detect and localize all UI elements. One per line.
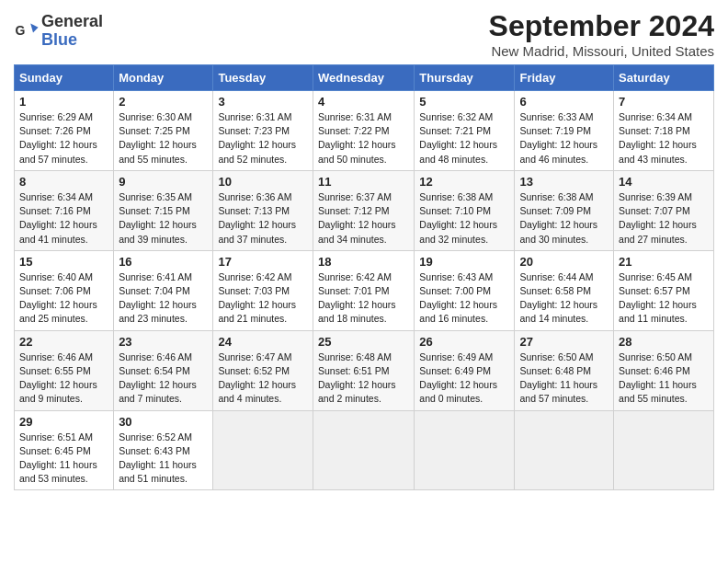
col-header-wednesday: Wednesday (313, 65, 414, 91)
day-content: Sunrise: 6:51 AM Sunset: 6:45 PM Dayligh… (19, 431, 108, 487)
day-cell: 15Sunrise: 6:40 AM Sunset: 7:06 PM Dayli… (15, 250, 114, 330)
day-content: Sunrise: 6:43 AM Sunset: 7:00 PM Dayligh… (419, 270, 509, 327)
day-content: Sunrise: 6:39 AM Sunset: 7:07 PM Dayligh… (619, 190, 709, 247)
day-content: Sunrise: 6:35 AM Sunset: 7:15 PM Dayligh… (119, 190, 208, 247)
title-area: September 2024 New Madrid, Missouri, Uni… (489, 9, 714, 59)
main-title: September 2024 (489, 9, 714, 43)
day-cell (213, 410, 313, 490)
day-number: 4 (318, 95, 409, 109)
day-content: Sunrise: 6:45 AM Sunset: 6:57 PM Dayligh… (619, 270, 709, 327)
day-cell (313, 410, 414, 490)
day-content: Sunrise: 6:38 AM Sunset: 7:09 PM Dayligh… (519, 190, 609, 247)
col-header-thursday: Thursday (415, 65, 515, 91)
day-number: 24 (218, 335, 308, 349)
day-number: 8 (19, 175, 108, 189)
day-cell (415, 410, 515, 490)
day-content: Sunrise: 6:42 AM Sunset: 7:01 PM Dayligh… (318, 270, 409, 327)
day-content: Sunrise: 6:41 AM Sunset: 7:04 PM Dayligh… (119, 270, 208, 327)
header: G General Blue September 2024 New Madrid… (14, 9, 714, 59)
week-row-1: 1Sunrise: 6:29 AM Sunset: 7:26 PM Daylig… (15, 91, 714, 171)
day-content: Sunrise: 6:37 AM Sunset: 7:12 PM Dayligh… (318, 190, 409, 247)
calendar-table: SundayMondayTuesdayWednesdayThursdayFrid… (14, 64, 714, 490)
day-cell: 22Sunrise: 6:46 AM Sunset: 6:55 PM Dayli… (15, 330, 114, 410)
col-header-saturday: Saturday (614, 65, 714, 91)
day-number: 13 (519, 175, 609, 189)
day-number: 11 (318, 175, 409, 189)
day-cell: 14Sunrise: 6:39 AM Sunset: 7:07 PM Dayli… (614, 170, 714, 250)
col-header-sunday: Sunday (15, 65, 114, 91)
day-content: Sunrise: 6:31 AM Sunset: 7:23 PM Dayligh… (218, 110, 308, 167)
day-number: 20 (519, 255, 609, 269)
week-row-2: 8Sunrise: 6:34 AM Sunset: 7:16 PM Daylig… (15, 170, 714, 250)
day-cell: 27Sunrise: 6:50 AM Sunset: 6:48 PM Dayli… (515, 330, 614, 410)
day-number: 1 (19, 95, 108, 109)
day-number: 2 (119, 95, 208, 109)
col-header-friday: Friday (515, 65, 614, 91)
col-header-tuesday: Tuesday (213, 65, 313, 91)
svg-marker-1 (30, 23, 38, 32)
week-row-5: 29Sunrise: 6:51 AM Sunset: 6:45 PM Dayli… (15, 410, 714, 490)
day-cell: 10Sunrise: 6:36 AM Sunset: 7:13 PM Dayli… (213, 170, 313, 250)
day-content: Sunrise: 6:38 AM Sunset: 7:10 PM Dayligh… (419, 190, 509, 247)
day-cell: 20Sunrise: 6:44 AM Sunset: 6:58 PM Dayli… (515, 250, 614, 330)
day-cell (515, 410, 614, 490)
day-content: Sunrise: 6:49 AM Sunset: 6:49 PM Dayligh… (419, 350, 509, 407)
day-content: Sunrise: 6:40 AM Sunset: 7:06 PM Dayligh… (19, 270, 108, 327)
day-number: 23 (119, 335, 208, 349)
day-number: 7 (619, 95, 709, 109)
logo-line2: Blue (41, 31, 103, 50)
day-cell: 9Sunrise: 6:35 AM Sunset: 7:15 PM Daylig… (114, 170, 213, 250)
day-cell: 19Sunrise: 6:43 AM Sunset: 7:00 PM Dayli… (415, 250, 515, 330)
day-cell (614, 410, 714, 490)
day-cell: 17Sunrise: 6:42 AM Sunset: 7:03 PM Dayli… (213, 250, 313, 330)
day-number: 16 (119, 255, 208, 269)
day-content: Sunrise: 6:33 AM Sunset: 7:19 PM Dayligh… (519, 110, 609, 167)
day-cell: 16Sunrise: 6:41 AM Sunset: 7:04 PM Dayli… (114, 250, 213, 330)
day-cell: 4Sunrise: 6:31 AM Sunset: 7:22 PM Daylig… (313, 91, 414, 171)
day-cell: 26Sunrise: 6:49 AM Sunset: 6:49 PM Dayli… (415, 330, 515, 410)
day-content: Sunrise: 6:42 AM Sunset: 7:03 PM Dayligh… (218, 270, 308, 327)
day-content: Sunrise: 6:34 AM Sunset: 7:18 PM Dayligh… (619, 110, 709, 167)
day-cell: 24Sunrise: 6:47 AM Sunset: 6:52 PM Dayli… (213, 330, 313, 410)
day-cell: 29Sunrise: 6:51 AM Sunset: 6:45 PM Dayli… (15, 410, 114, 490)
day-number: 25 (318, 335, 409, 349)
day-content: Sunrise: 6:46 AM Sunset: 6:55 PM Dayligh… (19, 350, 108, 407)
day-number: 19 (419, 255, 509, 269)
day-cell: 25Sunrise: 6:48 AM Sunset: 6:51 PM Dayli… (313, 330, 414, 410)
day-cell: 18Sunrise: 6:42 AM Sunset: 7:01 PM Dayli… (313, 250, 414, 330)
svg-text:G: G (15, 23, 25, 38)
day-cell: 5Sunrise: 6:32 AM Sunset: 7:21 PM Daylig… (415, 91, 515, 171)
day-content: Sunrise: 6:32 AM Sunset: 7:21 PM Dayligh… (419, 110, 509, 167)
day-content: Sunrise: 6:46 AM Sunset: 6:54 PM Dayligh… (119, 350, 208, 407)
week-row-4: 22Sunrise: 6:46 AM Sunset: 6:55 PM Dayli… (15, 330, 714, 410)
day-content: Sunrise: 6:44 AM Sunset: 6:58 PM Dayligh… (519, 270, 609, 327)
day-number: 28 (619, 335, 709, 349)
day-content: Sunrise: 6:36 AM Sunset: 7:13 PM Dayligh… (218, 190, 308, 247)
logo: G General Blue (14, 13, 103, 50)
logo-line1: General (41, 13, 103, 31)
day-cell: 23Sunrise: 6:46 AM Sunset: 6:54 PM Dayli… (114, 330, 213, 410)
day-cell: 3Sunrise: 6:31 AM Sunset: 7:23 PM Daylig… (213, 91, 313, 171)
day-cell: 28Sunrise: 6:50 AM Sunset: 6:46 PM Dayli… (614, 330, 714, 410)
day-cell: 2Sunrise: 6:30 AM Sunset: 7:25 PM Daylig… (114, 91, 213, 171)
day-content: Sunrise: 6:31 AM Sunset: 7:22 PM Dayligh… (318, 110, 409, 167)
day-number: 18 (318, 255, 409, 269)
day-content: Sunrise: 6:48 AM Sunset: 6:51 PM Dayligh… (318, 350, 409, 407)
logo-icon: G (14, 18, 40, 44)
day-number: 29 (19, 415, 108, 429)
col-header-monday: Monday (114, 65, 213, 91)
day-content: Sunrise: 6:30 AM Sunset: 7:25 PM Dayligh… (119, 110, 208, 167)
day-number: 21 (619, 255, 709, 269)
day-cell: 7Sunrise: 6:34 AM Sunset: 7:18 PM Daylig… (614, 91, 714, 171)
subtitle: New Madrid, Missouri, United States (489, 43, 714, 59)
day-content: Sunrise: 6:29 AM Sunset: 7:26 PM Dayligh… (19, 110, 108, 167)
day-number: 30 (119, 415, 208, 429)
week-row-3: 15Sunrise: 6:40 AM Sunset: 7:06 PM Dayli… (15, 250, 714, 330)
day-content: Sunrise: 6:52 AM Sunset: 6:43 PM Dayligh… (119, 431, 208, 487)
day-number: 10 (218, 175, 308, 189)
day-cell: 13Sunrise: 6:38 AM Sunset: 7:09 PM Dayli… (515, 170, 614, 250)
day-cell: 12Sunrise: 6:38 AM Sunset: 7:10 PM Dayli… (415, 170, 515, 250)
day-number: 26 (419, 335, 509, 349)
day-content: Sunrise: 6:50 AM Sunset: 6:46 PM Dayligh… (619, 350, 709, 407)
day-number: 14 (619, 175, 709, 189)
